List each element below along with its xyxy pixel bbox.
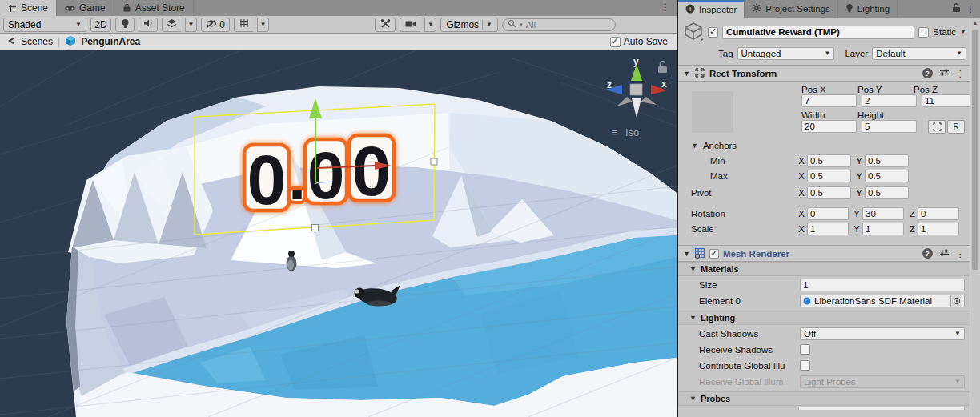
lighting-foldout[interactable]: ▼ Lighting <box>678 311 970 325</box>
static-dropdown-icon[interactable]: ▼ <box>960 29 966 35</box>
component-menu-icon[interactable]: ⋮ <box>956 248 966 259</box>
materials-label: Materials <box>701 264 739 274</box>
auto-save-checkbox[interactable] <box>610 37 621 47</box>
gizmo-handle-bottom[interactable] <box>312 225 319 231</box>
inspector-scrollbar[interactable]: ▲ <box>970 18 980 417</box>
pivot-y-field[interactable] <box>865 186 909 199</box>
rect-transform-header[interactable]: ▼ Rect Transform ? ⋮ <box>678 65 970 82</box>
scene-camera-button[interactable] <box>400 18 420 32</box>
pos-y-field[interactable] <box>862 94 917 107</box>
scene-lighting-toggle[interactable] <box>115 18 135 32</box>
breadcrumb-current-scene[interactable]: PenguinArea <box>81 36 140 47</box>
chevron-down-icon: ▼ <box>428 22 434 28</box>
scene-tab-menu-icon[interactable]: ⋮ <box>654 0 677 16</box>
cast-shadows-dropdown[interactable]: Off ▼ <box>800 327 965 340</box>
projection-toggle[interactable]: ≡ Iso <box>612 126 639 138</box>
pos-z-field[interactable] <box>922 94 970 107</box>
scene-tools-button[interactable] <box>375 18 396 32</box>
tab-scene[interactable]: Scene <box>0 0 57 16</box>
scene-effects-toggle[interactable] <box>162 18 181 32</box>
scene-search-field[interactable]: ▼ <box>502 18 616 31</box>
tab-inspector[interactable]: i Inspector <box>678 0 745 18</box>
receive-shadows-checkbox[interactable] <box>800 344 810 355</box>
scale-y-field[interactable] <box>862 223 904 235</box>
scene-viewport[interactable]: 0 . 0 0 y <box>0 50 677 417</box>
pivot-label: Pivot <box>691 188 793 198</box>
help-icon[interactable]: ? <box>922 68 933 78</box>
probes-foldout[interactable]: ▼ Probes <box>678 391 970 406</box>
y-prefix: Y <box>856 171 862 181</box>
scene-breadcrumb-bar: Scenes | PenguinArea Auto Save <box>0 34 677 50</box>
gameobject-cube-icon[interactable] <box>683 22 704 42</box>
toggle-2d-button[interactable]: 2D <box>90 18 111 32</box>
scene-visibility-toggle[interactable]: 0 <box>201 18 230 32</box>
reward-digit-1: 0 <box>247 140 287 219</box>
receive-gi-label: Receive Global Illum <box>699 377 800 387</box>
gameobject-name-field[interactable] <box>722 26 914 39</box>
anchors-foldout-icon[interactable]: ▼ <box>691 142 698 150</box>
inspector-panel: i Inspector Project Settings Lighting ⋮ <box>678 0 980 417</box>
shading-mode-dropdown[interactable]: Shaded ▼ <box>3 18 86 32</box>
rotation-z-field[interactable] <box>918 207 959 220</box>
tag-dropdown[interactable]: Untagged ▼ <box>737 47 835 60</box>
scene-render: 0 . 0 0 y <box>0 50 677 417</box>
layer-dropdown[interactable]: Default ▼ <box>872 47 966 60</box>
anchor-min-x-field[interactable] <box>807 154 851 167</box>
scene-search-input[interactable] <box>526 20 606 30</box>
material-icon <box>803 297 811 305</box>
height-field[interactable] <box>862 120 917 133</box>
grid-visibility-toggle[interactable] <box>234 18 253 32</box>
static-checkbox[interactable] <box>918 27 929 38</box>
foldout-arrow-icon[interactable]: ▼ <box>683 70 690 78</box>
foldout-arrow-icon[interactable]: ▼ <box>683 250 690 258</box>
width-field[interactable] <box>801 120 857 133</box>
pivot-x-field[interactable] <box>807 186 851 199</box>
materials-foldout[interactable]: ▼ Materials <box>678 262 970 276</box>
raw-edit-mode-button[interactable]: R <box>947 120 965 134</box>
tab-project-settings[interactable]: Project Settings <box>745 0 838 18</box>
contribute-gi-checkbox[interactable] <box>800 360 810 371</box>
rotation-y-field[interactable] <box>862 207 904 220</box>
scale-label: Scale <box>691 224 793 234</box>
anchor-max-y-field[interactable] <box>865 170 909 182</box>
chevron-down-icon: ▼ <box>260 22 267 28</box>
scale-z-field[interactable] <box>918 223 959 235</box>
presets-icon[interactable] <box>939 248 950 259</box>
grid-settings-dropdown[interactable]: ▼ <box>257 18 269 32</box>
foldout-arrow-icon: ▼ <box>689 395 697 403</box>
materials-size-field[interactable] <box>800 279 965 291</box>
gameobject-header: Static ▼ Tag Untagged ▼ Layer Default ▼ <box>678 18 970 65</box>
blueprint-mode-button[interactable] <box>928 120 946 134</box>
tab-game[interactable]: Game <box>57 0 114 16</box>
inspector-menu-icon[interactable]: ⋮ <box>966 3 976 14</box>
mesh-renderer-header[interactable]: ▼ Mesh Renderer ? ⋮ <box>678 245 970 262</box>
gizmo-handle-right[interactable] <box>431 158 437 165</box>
y-prefix: Y <box>853 209 860 219</box>
gizmos-dropdown[interactable]: Gizmos ▼ <box>440 18 498 32</box>
help-icon[interactable]: ? <box>922 248 933 259</box>
pos-x-field[interactable] <box>801 94 857 107</box>
mesh-renderer-enabled-checkbox[interactable] <box>709 249 719 259</box>
inspector-lock-icon[interactable] <box>952 3 961 14</box>
scrollbar-thumb[interactable] <box>972 30 978 270</box>
shading-mode-label: Shaded <box>8 19 41 30</box>
element0-object-field[interactable]: LiberationSans SDF Material <box>800 295 965 307</box>
scrollbar-up-icon[interactable]: ▲ <box>970 18 980 28</box>
scene-audio-toggle[interactable] <box>139 18 158 32</box>
breadcrumb-scenes[interactable]: Scenes <box>21 36 53 47</box>
anchor-preset-preview[interactable] <box>692 91 733 133</box>
anchor-min-y-field[interactable] <box>865 154 909 167</box>
layer-label: Layer <box>845 49 868 58</box>
gameobject-active-checkbox[interactable] <box>708 27 718 38</box>
rotation-x-field[interactable] <box>807 207 849 220</box>
scene-pane: Scene Game Asset Store ⋮ Shaded ▼ 2D <box>0 0 677 417</box>
tab-asset-store[interactable]: Asset Store <box>114 0 194 16</box>
tab-lighting[interactable]: Lighting <box>838 0 898 18</box>
scene-effects-dropdown[interactable]: ▼ <box>185 18 197 32</box>
anchor-max-x-field[interactable] <box>807 170 851 182</box>
scale-x-field[interactable] <box>807 223 849 235</box>
scene-camera-dropdown[interactable]: ▼ <box>424 18 436 32</box>
object-picker-icon[interactable] <box>950 295 962 307</box>
component-menu-icon[interactable]: ⋮ <box>956 68 966 79</box>
presets-icon[interactable] <box>939 68 950 78</box>
